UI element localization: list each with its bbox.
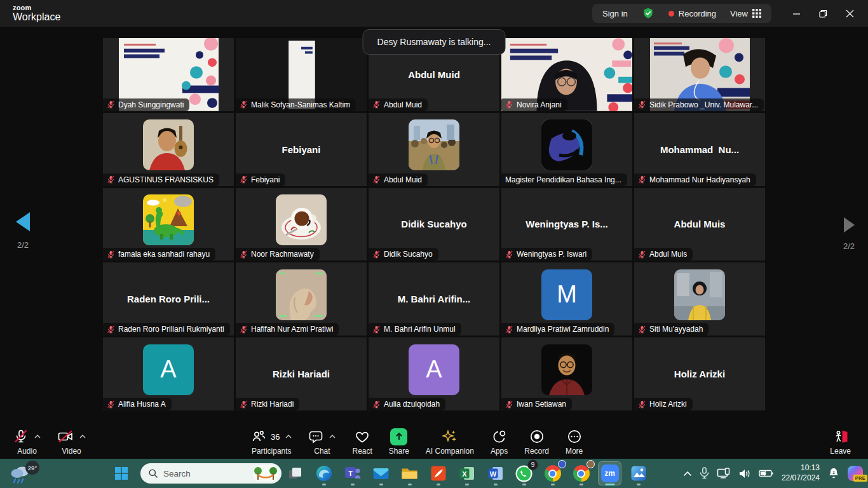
pdf-app-icon[interactable] bbox=[426, 461, 450, 485]
video-button[interactable]: Video bbox=[49, 424, 94, 459]
participants-button[interactable]: 36 Participants bbox=[243, 424, 300, 459]
tray-cast-icon[interactable] bbox=[717, 468, 731, 479]
participant-tile[interactable]: Hafifah Nur Azmi Pratiwi bbox=[236, 262, 367, 336]
tray-microphone-icon[interactable] bbox=[700, 467, 709, 480]
participant-tile[interactable]: M. Bahri Arifin...M. Bahri Arifin Unmul bbox=[369, 262, 499, 336]
chrome-profile1-app-icon[interactable] bbox=[541, 461, 564, 485]
participant-tile[interactable]: Rizki HariadiRizki Hariadi bbox=[236, 337, 367, 410]
participant-nametag: Rizki Hariadi bbox=[236, 398, 299, 410]
participant-avatar bbox=[409, 119, 459, 170]
chat-button[interactable]: Chat bbox=[300, 424, 344, 459]
mic-muted-icon bbox=[107, 250, 115, 259]
participant-name-label: Weningtyas P. Iswari bbox=[517, 250, 587, 259]
participant-letter-avatar: M bbox=[541, 269, 592, 320]
whatsapp-app-icon[interactable]: 9 bbox=[512, 461, 536, 485]
more-button[interactable]: More bbox=[557, 424, 591, 459]
svg-text:X: X bbox=[462, 470, 467, 478]
audio-options-chevron-icon[interactable] bbox=[34, 435, 41, 438]
share-screen-button[interactable]: Share bbox=[381, 424, 417, 459]
encryption-shield-icon[interactable] bbox=[642, 7, 654, 20]
participant-nametag: Abdul Muid bbox=[369, 98, 428, 111]
chevron-left-icon bbox=[16, 212, 30, 231]
participant-tile[interactable]: Novira Anjani bbox=[501, 38, 632, 111]
clock-date: 22/07/2024 bbox=[782, 473, 820, 484]
title-bar: zoom Workplace Sign in Recording View bbox=[0, 0, 868, 27]
photos-app-icon[interactable] bbox=[627, 461, 650, 485]
page-indicator-left: 2/2 bbox=[10, 240, 36, 250]
participant-name-label: Malik Sofyan-Sanimas Kaltim bbox=[251, 100, 350, 109]
recording-indicator[interactable]: Recording bbox=[668, 9, 716, 18]
tray-volume-icon[interactable] bbox=[738, 468, 751, 479]
search-highlight-image[interactable] bbox=[253, 465, 278, 482]
participant-tile[interactable]: famala eka sanhadi rahayu bbox=[103, 188, 234, 261]
participant-tile[interactable]: Iwan Setiawan bbox=[501, 337, 632, 410]
participant-tile[interactable]: AAulia dzulqoidah bbox=[369, 337, 499, 410]
taskbar-apps: T X W 9 bbox=[283, 461, 650, 485]
ai-companion-button[interactable]: AI Companion bbox=[417, 424, 482, 459]
notification-bell-dnd-icon[interactable]: z bbox=[827, 467, 840, 480]
participant-tile[interactable]: Dyah Sunggingwati bbox=[103, 38, 234, 111]
taskbar-search[interactable] bbox=[140, 463, 281, 484]
participant-tile[interactable]: Mohammad Nu...Mohammad Nur Hadiyansyah bbox=[634, 113, 765, 186]
mail-app-icon[interactable] bbox=[369, 461, 393, 485]
next-page-button[interactable]: 2/2 bbox=[837, 217, 860, 251]
participant-tile[interactable]: FebiyaniFebiyani bbox=[236, 113, 367, 186]
participant-tile[interactable]: Weningtyas P. Is...Weningtyas P. Iswari bbox=[501, 188, 632, 261]
chrome-profile2-app-icon[interactable] bbox=[569, 461, 593, 485]
chat-icon bbox=[308, 429, 323, 444]
participant-tile[interactable]: Sidik Prabowo _Univ. Mulawar... bbox=[634, 38, 765, 111]
sign-in-button[interactable]: Sign in bbox=[602, 9, 628, 18]
minimize-button[interactable] bbox=[783, 3, 810, 24]
search-input[interactable] bbox=[163, 469, 238, 478]
previous-page-button[interactable]: 2/2 bbox=[10, 212, 36, 250]
participant-tile[interactable]: Abdul Muid bbox=[369, 113, 499, 186]
restore-button[interactable] bbox=[810, 3, 836, 24]
participant-tile[interactable]: Holiz ArizkiHoliz Arizki bbox=[634, 337, 765, 410]
participant-tile[interactable]: MMardliya Pratiwi Zamruddin bbox=[501, 262, 632, 336]
participant-tile[interactable]: Raden Roro Prili...Raden Roro Priliani R… bbox=[103, 262, 234, 336]
mic-muted-icon bbox=[638, 175, 646, 184]
participant-tile[interactable]: Siti Mu'ayyadah bbox=[634, 262, 765, 336]
participant-tile[interactable]: Magister Pendidikan Bahasa Ing... bbox=[501, 113, 632, 186]
participant-name-label: Magister Pendidikan Bahasa Ing... bbox=[505, 175, 621, 184]
word-app-icon[interactable]: W bbox=[484, 461, 507, 485]
video-options-chevron-icon[interactable] bbox=[79, 435, 86, 438]
edge-app-icon[interactable] bbox=[312, 461, 336, 485]
weather-widget[interactable]: 29° bbox=[9, 463, 34, 485]
react-button[interactable]: React bbox=[344, 424, 380, 459]
participant-tile[interactable]: Didik SucahyoDidik Sucahyo bbox=[369, 188, 499, 261]
tray-battery-icon[interactable] bbox=[759, 469, 774, 478]
record-button[interactable]: Record bbox=[516, 424, 557, 459]
teams-app-icon[interactable]: T bbox=[341, 461, 364, 485]
participant-nametag: Magister Pendidikan Bahasa Ing... bbox=[501, 173, 627, 186]
chat-options-chevron-icon[interactable] bbox=[329, 435, 336, 438]
tray-expand-chevron-icon[interactable] bbox=[683, 471, 692, 477]
folder-icon bbox=[401, 466, 418, 481]
participant-tile[interactable]: AGUSTINUS FRANSISKUS bbox=[103, 113, 234, 186]
participant-tile[interactable]: AAlifia Husna A bbox=[103, 337, 234, 410]
windows-logo-icon bbox=[114, 466, 128, 480]
mic-muted-icon bbox=[107, 325, 115, 334]
participant-tile[interactable]: Noor Rachmawaty bbox=[236, 188, 367, 261]
close-button[interactable] bbox=[836, 3, 863, 24]
zoom-app-icon[interactable]: zm bbox=[598, 461, 621, 485]
taskbar-clock[interactable]: 10:13 22/07/2024 bbox=[782, 463, 820, 483]
apps-button[interactable]: Apps bbox=[482, 424, 516, 459]
mic-muted-icon bbox=[240, 325, 248, 334]
participant-tile[interactable]: Abdul MuisAbdul Muis bbox=[634, 188, 765, 261]
copilot-icon[interactable]: PRE bbox=[848, 466, 863, 481]
start-button[interactable] bbox=[114, 466, 128, 483]
participant-tile[interactable]: Malik Sofyan-Sanimas Kaltim bbox=[236, 38, 367, 111]
participants-options-chevron-icon[interactable] bbox=[285, 435, 292, 438]
excel-app-icon[interactable]: X bbox=[455, 461, 478, 485]
active-speaker-toast: Desy Rusmawaty is talking... bbox=[363, 29, 506, 55]
meeting-gallery-area: Desy Rusmawaty is talking... Dyah Sunggi… bbox=[0, 27, 868, 424]
file-explorer-app-icon[interactable] bbox=[398, 461, 421, 485]
participant-nametag: Mardliya Pratiwi Zamruddin bbox=[501, 323, 614, 336]
participant-avatar bbox=[143, 119, 194, 170]
view-button[interactable]: View bbox=[730, 9, 761, 18]
audio-button[interactable]: Audio bbox=[5, 424, 49, 459]
ai-sparkle-icon bbox=[442, 429, 458, 444]
task-view-button[interactable] bbox=[283, 461, 307, 485]
leave-button[interactable]: Leave bbox=[822, 424, 859, 459]
